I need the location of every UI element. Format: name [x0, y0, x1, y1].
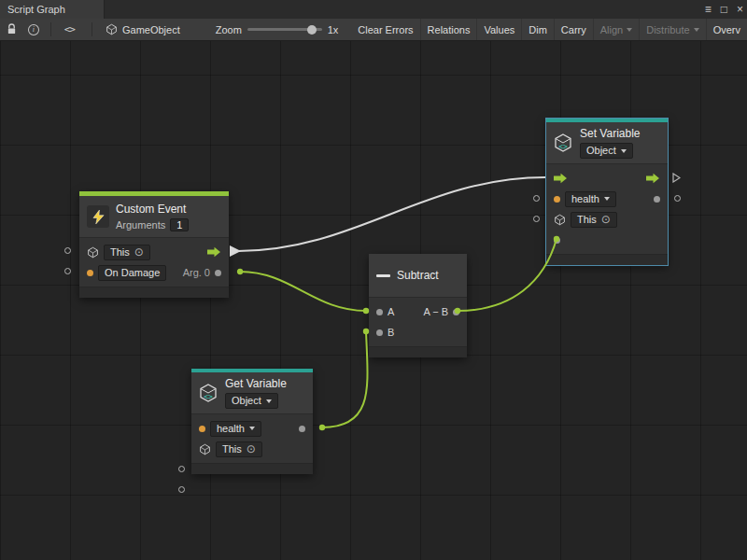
zoom-value: 1x: [328, 24, 339, 35]
variable-name-dropdown[interactable]: health: [210, 421, 261, 437]
toolbar-separator: [92, 22, 92, 36]
arguments-input[interactable]: 1: [170, 218, 189, 231]
new-value-in-port[interactable]: [554, 237, 560, 244]
close-icon[interactable]: ×: [737, 3, 743, 16]
cube-icon: [106, 23, 118, 35]
target-object-value: This: [577, 214, 597, 226]
node-footer: [369, 346, 467, 357]
flow-out-port[interactable]: [207, 246, 221, 258]
variable-cube-icon: <>: [198, 383, 218, 403]
flow-out-port[interactable]: [646, 173, 660, 184]
variable-kind-value: Object: [586, 145, 616, 157]
node-footer: [546, 254, 668, 265]
arg0-label: Arg. 0: [183, 267, 210, 278]
chevron-down-icon: [694, 28, 699, 32]
arguments-label: Arguments: [116, 219, 165, 231]
value-out-port[interactable]: [654, 196, 660, 203]
zoom-label: Zoom: [216, 24, 242, 35]
distribute-button: Distribute: [639, 19, 705, 41]
values-button[interactable]: Values: [476, 19, 521, 41]
chevron-down-icon: [621, 149, 627, 153]
lock-icon[interactable]: [7, 23, 17, 35]
input-b-label: B: [388, 327, 394, 338]
event-name-field[interactable]: On Damage: [98, 265, 166, 281]
object-picker-icon[interactable]: ⊙: [134, 247, 144, 257]
node-set-variable[interactable]: <> Set Variable Object: [546, 119, 668, 265]
wire-flow-customevent-to-setvariable[interactable]: [238, 177, 545, 251]
relations-button[interactable]: Relations: [420, 19, 477, 41]
chevron-down-icon: [604, 197, 610, 201]
outside-port-circle[interactable]: [674, 195, 681, 202]
input-b-port[interactable]: [376, 329, 383, 336]
wire-subtract-to-setvariable-value[interactable]: [458, 239, 557, 311]
maximize-icon[interactable]: □: [721, 3, 727, 16]
event-name-value: On Damage: [105, 267, 160, 279]
output-label: A − B: [423, 306, 448, 317]
minus-operator-icon: [376, 274, 390, 277]
variable-cube-icon: <>: [553, 133, 573, 153]
tab-title: Script Graph: [7, 4, 65, 15]
arg0-out-port[interactable]: [215, 270, 221, 276]
node-get-variable[interactable]: <> Get Variable Object: [191, 369, 313, 474]
tab-bar: Script Graph ≡ □ ×: [0, 0, 747, 19]
zoom-slider[interactable]: [247, 28, 322, 31]
node-title: Get Variable: [225, 377, 287, 390]
graph-canvas[interactable]: Custom Event Arguments 1 This ⊙: [0, 41, 747, 560]
variable-name-value: health: [571, 193, 599, 205]
outside-port-circle[interactable]: [178, 466, 185, 472]
object-picker-icon[interactable]: ⊙: [247, 444, 256, 454]
tab-script-graph[interactable]: Script Graph: [0, 0, 105, 19]
cube-icon: [554, 214, 566, 226]
value-out-port[interactable]: [299, 426, 305, 432]
zoom-slider-handle[interactable]: [307, 25, 317, 35]
target-object-dropdown[interactable]: This ⊙: [571, 212, 617, 228]
unity-script-graph-window: Script Graph ≡ □ × i <> GameObject Zoom …: [0, 0, 747, 560]
target-object-dropdown[interactable]: This ⊙: [216, 441, 262, 457]
target-object-value: This: [222, 443, 242, 455]
gameobject-reference[interactable]: GameObject: [106, 23, 180, 35]
input-a-port[interactable]: [376, 309, 383, 315]
node-custom-event[interactable]: Custom Event Arguments 1 This ⊙: [79, 191, 229, 298]
outside-flow-triangle[interactable]: [672, 173, 681, 183]
carry-button[interactable]: Carry: [554, 19, 593, 41]
node-footer: [79, 287, 229, 298]
outside-port-circle[interactable]: [64, 268, 71, 274]
variable-name-dropdown[interactable]: health: [565, 191, 616, 207]
variable-kind-dropdown[interactable]: Object: [580, 143, 633, 159]
chevron-down-icon: [266, 399, 272, 403]
chevron-down-icon: [627, 28, 632, 32]
dim-button[interactable]: Dim: [521, 19, 554, 41]
menu-icon[interactable]: ≡: [705, 3, 712, 16]
object-picker-icon[interactable]: ⊙: [601, 215, 611, 224]
toolbar-separator: [50, 22, 51, 36]
variable-name-value: health: [217, 423, 245, 435]
wire-endpoint: [237, 269, 243, 274]
outside-port-circle[interactable]: [533, 216, 540, 222]
outside-port-circle[interactable]: [533, 195, 540, 202]
input-a-label: A: [388, 306, 394, 317]
variable-name-port[interactable]: [554, 196, 560, 203]
flow-wire-arrow-icon: [230, 245, 241, 257]
wire-arg0-to-subtract-a[interactable]: [240, 272, 366, 311]
target-object-dropdown[interactable]: This ⊙: [104, 245, 150, 260]
outside-port-circle[interactable]: [64, 247, 71, 254]
clear-errors-button[interactable]: Clear Errors: [351, 19, 419, 41]
variable-kind-dropdown[interactable]: Object: [225, 393, 278, 409]
info-icon[interactable]: i: [28, 24, 39, 35]
overview-button[interactable]: Overv: [706, 19, 747, 41]
graph-toolbar: i <> GameObject Zoom 1x Clear Errors Rel…: [0, 19, 747, 41]
variable-name-port[interactable]: [199, 426, 205, 432]
edit-graph-icon[interactable]: <>: [64, 23, 75, 35]
node-title: Subtract: [397, 269, 439, 282]
flow-in-port[interactable]: [554, 173, 568, 184]
window-controls: ≡ □ ×: [705, 0, 743, 19]
node-title: Set Variable: [580, 127, 640, 140]
wire-getvariable-to-subtract-b[interactable]: [322, 331, 368, 427]
outside-port-circle[interactable]: [178, 486, 185, 493]
cube-icon: [199, 443, 211, 455]
variable-kind-value: Object: [232, 395, 261, 407]
node-footer: [191, 463, 313, 474]
node-subtract[interactable]: Subtract A A − B B: [369, 254, 467, 357]
event-name-port[interactable]: [87, 270, 93, 276]
output-port[interactable]: [453, 309, 459, 315]
